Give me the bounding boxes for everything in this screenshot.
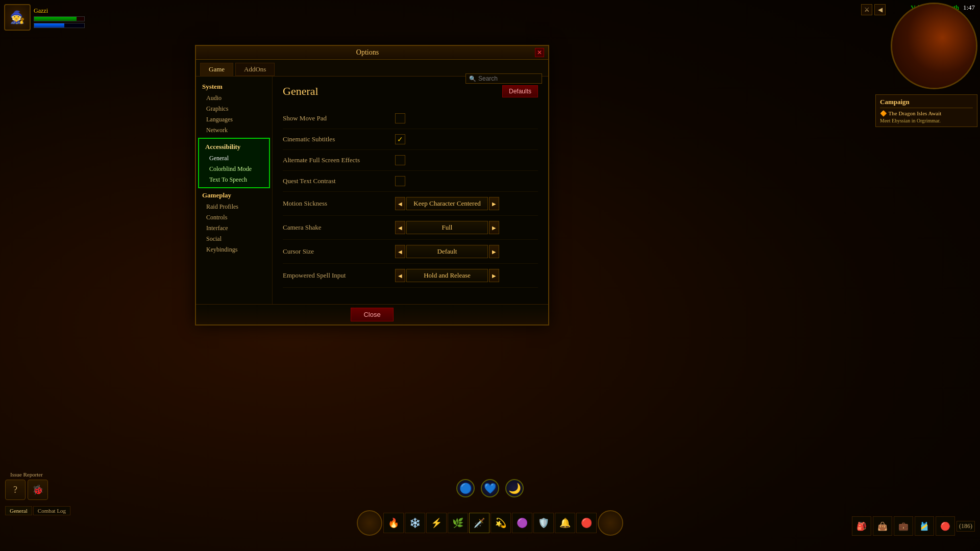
action-slot-7[interactable]: 🟣 — [512, 513, 532, 533]
action-slot-9[interactable]: 🔔 — [555, 513, 575, 533]
sidebar-header-accessibility[interactable]: Accessibility — [199, 141, 269, 153]
setting-show-move-pad: Show Move Pad — [283, 108, 538, 129]
arrow-right-cursor-size[interactable]: ▶ — [489, 245, 499, 258]
bag-slot-3[interactable]: 💼 — [894, 516, 913, 536]
checkbox-quest-text-contrast[interactable] — [395, 176, 405, 186]
special-icon-3[interactable]: 🌙 — [505, 479, 524, 497]
dropdown-value-camera-shake[interactable]: Full — [406, 221, 488, 234]
dropdown-value-motion-sickness[interactable]: Keep Character Centered — [406, 197, 488, 210]
setting-label-motion-sickness: Motion Sickness — [283, 199, 395, 208]
bag-count: (186) — [957, 521, 975, 532]
action-bar: 🔥 ❄️ ⚡ 🌿 🗡️ 💫 🟣 🛡️ 🔔 🔴 — [357, 510, 623, 536]
sidebar-section-gameplay: Gameplay Raid Profiles Controls Interfac… — [196, 189, 272, 255]
issue-question-button[interactable]: ? — [5, 480, 26, 500]
sidebar-item-keybindings[interactable]: Keybindings — [196, 244, 272, 255]
sidebar-item-general[interactable]: General — [199, 153, 269, 164]
quick-icon-1[interactable]: ⚔ — [861, 4, 872, 15]
bag-slot-5[interactable]: 🔴 — [936, 516, 955, 536]
search-input[interactable] — [478, 75, 540, 82]
minimap[interactable] — [891, 3, 977, 89]
setting-camera-shake: Camera Shake ◀ Full ▶ — [283, 216, 538, 240]
sidebar-item-controls[interactable]: Controls — [196, 212, 272, 223]
setting-label-show-move-pad: Show Move Pad — [283, 114, 395, 122]
arrow-left-motion-sickness[interactable]: ◀ — [395, 197, 405, 210]
setting-cinematic-subtitles: Cinematic Subtitles ✓ — [283, 129, 538, 150]
bag-slot-2[interactable]: 👜 — [873, 516, 892, 536]
quick-icons: ⚔ ◀ — [861, 4, 886, 15]
sidebar-item-colorblind[interactable]: Colorblind Mode — [199, 164, 269, 174]
sidebar-header-gameplay[interactable]: Gameplay — [196, 189, 272, 202]
close-button[interactable]: Close — [351, 308, 393, 321]
chat-tabs: General Combat Log — [5, 506, 70, 515]
sidebar-item-audio[interactable]: Audio — [196, 93, 272, 104]
sidebar-item-social[interactable]: Social — [196, 234, 272, 244]
dialog-title: Options — [200, 48, 535, 57]
setting-label-quest-text-contrast: Quest Text Contrast — [283, 177, 395, 185]
checkbox-show-move-pad[interactable] — [395, 113, 405, 123]
quick-icon-2[interactable]: ◀ — [874, 4, 886, 15]
setting-alternate-fullscreen: Alternate Full Screen Effects — [283, 150, 538, 171]
setting-motion-sickness: Motion Sickness ◀ Keep Character Centere… — [283, 192, 538, 216]
tab-general-chat[interactable]: General — [5, 506, 32, 515]
arrow-right-camera-shake[interactable]: ▶ — [489, 221, 499, 234]
dropdown-motion-sickness: ◀ Keep Character Centered ▶ — [395, 197, 499, 210]
dropdown-camera-shake: ◀ Full ▶ — [395, 221, 499, 234]
sidebar-header-system[interactable]: System — [196, 81, 272, 93]
sidebar-item-interface[interactable]: Interface — [196, 223, 272, 234]
arrow-left-camera-shake[interactable]: ◀ — [395, 221, 405, 234]
hp-bar — [34, 16, 85, 21]
mana-bar — [34, 23, 85, 28]
setting-label-cinematic-subtitles: Cinematic Subtitles — [283, 135, 395, 143]
time-text: 1:47 — [963, 4, 975, 12]
section-title: General — [283, 85, 318, 98]
bag-bar: 🎒 👜 💼 🎽 🔴 (186) — [852, 516, 975, 536]
action-slot-3[interactable]: ⚡ — [426, 513, 447, 533]
action-slot-2[interactable]: ❄️ — [405, 513, 425, 533]
dropdown-empowered-spell-input: ◀ Hold and Release ▶ — [395, 269, 499, 282]
setting-label-cursor-size: Cursor Size — [283, 247, 395, 256]
player-name: Gazzi — [34, 7, 85, 15]
arrow-left-cursor-size[interactable]: ◀ — [395, 245, 405, 258]
dialog-titlebar: Options ✕ — [196, 46, 548, 60]
sidebar-item-tts[interactable]: Text To Speech — [199, 174, 269, 185]
bag-slot-1[interactable]: 🎒 — [852, 516, 871, 536]
defaults-button[interactable]: Defaults — [502, 85, 538, 97]
sidebar-item-languages[interactable]: Languages — [196, 114, 272, 125]
dropdown-cursor-size: ◀ Default ▶ — [395, 245, 499, 258]
campaign-quest: 🔶 The Dragon Isles Await — [880, 110, 973, 117]
options-dialog: Options ✕ Game AddOns 🔍 System Audio Gra… — [195, 45, 549, 325]
content-header: General Defaults — [283, 85, 538, 98]
tab-combat-log[interactable]: Combat Log — [33, 506, 70, 515]
issue-bug-button[interactable]: 🐞 — [28, 480, 48, 500]
bag-slot-4[interactable]: 🎽 — [915, 516, 934, 536]
setting-label-empowered-spell-input: Empowered Spell Input — [283, 271, 395, 280]
hp-fill — [34, 17, 77, 21]
campaign-panel: Campaign 🔶 The Dragon Isles Await Meet E… — [875, 94, 977, 127]
special-icon-1[interactable]: 🔵 — [456, 479, 475, 497]
setting-label-camera-shake: Camera Shake — [283, 223, 395, 232]
arrow-right-motion-sickness[interactable]: ▶ — [489, 197, 499, 210]
tab-addons[interactable]: AddOns — [235, 63, 275, 76]
checkbox-alternate-fullscreen[interactable] — [395, 155, 405, 165]
arrow-left-empowered-spell[interactable]: ◀ — [395, 269, 405, 282]
sidebar-section-accessibility: Accessibility General Colorblind Mode Te… — [198, 138, 270, 188]
action-slot-5[interactable]: 🗡️ — [469, 513, 489, 533]
special-icon-2[interactable]: 💙 — [481, 479, 499, 497]
action-slot-1[interactable]: 🔥 — [383, 513, 404, 533]
sidebar-item-raid-profiles[interactable]: Raid Profiles — [196, 202, 272, 212]
action-slot-8[interactable]: 🛡️ — [533, 513, 554, 533]
search-bar: 🔍 — [465, 73, 542, 84]
action-slot-6[interactable]: 💫 — [491, 513, 511, 533]
dialog-body: System Audio Graphics Languages Network … — [196, 77, 548, 313]
dropdown-value-empowered-spell[interactable]: Hold and Release — [406, 269, 488, 282]
action-slot-4[interactable]: 🌿 — [448, 513, 468, 533]
dialog-footer: Close — [196, 304, 548, 324]
checkbox-cinematic-subtitles[interactable]: ✓ — [395, 134, 405, 144]
sidebar-item-graphics[interactable]: Graphics — [196, 104, 272, 114]
action-slot-10[interactable]: 🔴 — [576, 513, 597, 533]
arrow-right-empowered-spell[interactable]: ▶ — [489, 269, 499, 282]
dropdown-value-cursor-size[interactable]: Default — [406, 245, 488, 258]
sidebar-item-network[interactable]: Network — [196, 125, 272, 136]
close-x-button[interactable]: ✕ — [535, 48, 544, 57]
tab-game[interactable]: Game — [200, 63, 233, 76]
